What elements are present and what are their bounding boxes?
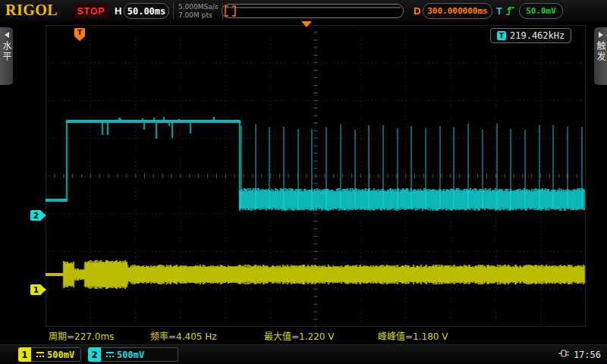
clock: 17:56 <box>558 349 601 360</box>
sample-rate-value: 5.000MSa/s <box>178 3 218 11</box>
channel2-badge[interactable]: 2 500mV <box>88 347 178 362</box>
dc-coupling-icon <box>36 352 44 357</box>
delay-label: D <box>414 5 420 17</box>
frequency-counter: T 219.462kHz <box>490 28 571 43</box>
power-plug-icon <box>558 349 570 360</box>
measurement-period: 周期=227.0ms <box>49 329 114 342</box>
memory-depth-value: 7.00M pts <box>178 11 218 20</box>
sample-rate-readout: 5.000MSa/s 7.00M pts <box>173 3 223 20</box>
trigger-position-marker[interactable]: T <box>74 28 85 36</box>
top-bar: RIGOL STOP H 50.00ms 5.000MSa/s 7.00M pt… <box>0 0 607 23</box>
collapse-left-icon <box>5 32 9 38</box>
channel2-scale: 500mV <box>117 350 144 360</box>
trigger-level-readout[interactable]: 50.0mV <box>519 3 563 19</box>
frequency-value: 219.462kHz <box>510 30 565 41</box>
channel1-badge[interactable]: 1 500mV <box>18 347 81 362</box>
channel1-number: 1 <box>18 347 31 362</box>
delay-readout[interactable]: 300.000000ms <box>423 3 492 19</box>
run-state-badge[interactable]: STOP <box>74 4 109 18</box>
memory-waveform-icon <box>223 5 402 17</box>
measurement-frequency: 频率=4.405 Hz <box>150 329 217 342</box>
oscilloscope-screen: RIGOL STOP H 50.00ms 5.000MSa/s 7.00M pt… <box>0 0 607 364</box>
collapse-right-icon <box>599 32 603 38</box>
channel2-level-marker[interactable]: 2 <box>30 210 42 221</box>
rigol-logo: RIGOL <box>5 2 58 19</box>
bottom-bar: 1 500mV 2 500mV 17:56 <box>0 344 607 364</box>
trigger-edge-icon <box>505 5 515 17</box>
memory-position-bar[interactable] <box>222 4 404 18</box>
measurement-peak-to-peak: 峰峰值=1.180 V <box>378 329 448 342</box>
channel2-number: 2 <box>88 347 101 362</box>
horizontal-menu-tab[interactable]: 水平 <box>0 27 13 85</box>
counter-icon: T <box>497 31 506 40</box>
channel1-level-marker[interactable]: 1 <box>30 284 42 295</box>
trigger-menu-tab[interactable]: 触发 <box>594 27 607 85</box>
channel1-scale: 500mV <box>47 350 74 360</box>
horizontal-tab-label: 水平 <box>0 41 13 62</box>
trigger-label: T <box>496 5 502 17</box>
trigger-tab-label: 触发 <box>594 41 607 62</box>
dc-coupling-icon <box>106 352 114 357</box>
clock-time: 17:56 <box>574 350 601 360</box>
measurement-max: 最大值=1.220 V <box>264 329 334 342</box>
delay-position-marker[interactable] <box>301 21 312 27</box>
timebase-readout[interactable]: 50.00ms <box>124 3 169 19</box>
horizontal-label: H <box>115 5 121 17</box>
waveform-display <box>46 25 586 327</box>
